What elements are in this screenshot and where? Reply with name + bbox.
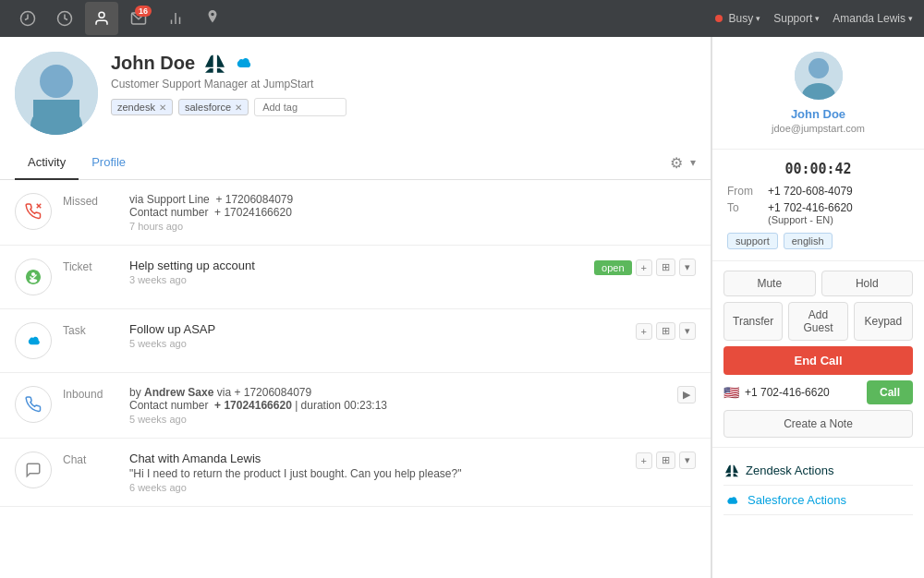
- right-avatar: [795, 52, 843, 100]
- add-tag-input[interactable]: [254, 98, 346, 116]
- create-note-button[interactable]: Create a Note: [723, 410, 913, 438]
- user-dropdown[interactable]: Amanda Lewis ▾: [833, 12, 913, 25]
- task-add-btn[interactable]: +: [636, 323, 652, 340]
- nav-icons-left: 16: [11, 2, 229, 35]
- call-info-section: 00:00:42 From +1 720-608-4079 To +1 702-…: [712, 150, 924, 261]
- activity-item-inbound: Inbound by Andrew Saxe via + 17206084079…: [0, 373, 711, 439]
- zendesk-actions-label: Zendesk Actions: [746, 464, 833, 477]
- zendesk-action-icon: [723, 463, 738, 477]
- task-time: 5 weeks ago: [129, 338, 625, 349]
- ticket-more-btn[interactable]: ▾: [679, 259, 696, 276]
- inbound-by: by Andrew Saxe via + 17206084079: [129, 386, 666, 399]
- salesforce-actions-label: Salesforce Actions: [748, 493, 846, 507]
- missed-call-icon: [15, 193, 52, 230]
- chat-share-btn[interactable]: ⊞: [656, 452, 675, 469]
- activity-item-task: Task Follow up ASAP 5 weeks ago + ⊞ ▾: [0, 309, 711, 373]
- call-tags: support english: [727, 233, 909, 249]
- chat-label: Chat: [63, 452, 118, 466]
- ticket-open-badge: open: [594, 260, 631, 275]
- add-guest-button[interactable]: Add Guest: [788, 302, 847, 341]
- tab-activity[interactable]: Activity: [15, 146, 79, 180]
- clock-nav-btn[interactable]: [48, 2, 81, 35]
- ticket-icon: [15, 259, 52, 295]
- main-layout: John Doe Customer Support Manager at Jum…: [0, 37, 924, 578]
- profile-header: John Doe Customer Support Manager at Jum…: [0, 37, 711, 146]
- chat-icon: [15, 452, 52, 488]
- call-tag-support: support: [727, 233, 778, 249]
- mute-button[interactable]: Mute: [723, 271, 816, 296]
- missed-label: Missed: [63, 193, 118, 208]
- tag-zendesk: zendesk ✕: [111, 99, 173, 115]
- right-profile-email: jdoe@jumpstart.com: [727, 123, 909, 134]
- task-share-btn[interactable]: ⊞: [656, 322, 675, 340]
- support-label: Support: [773, 12, 812, 25]
- profile-name-row: John Doe: [111, 52, 696, 74]
- svg-rect-10: [33, 100, 79, 135]
- salesforce-actions-item[interactable]: Salesforce Actions: [723, 486, 913, 515]
- tabs-chevron-icon[interactable]: ▾: [690, 156, 696, 169]
- ticket-add-btn[interactable]: +: [636, 259, 652, 276]
- inbound-nav-btn[interactable]: ▶: [677, 386, 696, 403]
- ticket-time: 3 weeks ago: [129, 274, 583, 285]
- activity-item-chat: Chat Chat with Amanda Lewis "Hi I need t…: [0, 439, 711, 507]
- tag-salesforce-remove[interactable]: ✕: [235, 102, 242, 113]
- chat-add-btn[interactable]: +: [636, 452, 652, 469]
- status-dot: [715, 15, 723, 22]
- chat-title: Chat with Amanda Lewis: [129, 452, 625, 465]
- task-more-btn[interactable]: ▾: [679, 322, 696, 340]
- user-nav-btn[interactable]: [85, 2, 118, 35]
- tabs-bar: Activity Profile ⚙ ▾: [0, 146, 711, 180]
- activity-item-ticket: Ticket Help setting up account 3 weeks a…: [0, 246, 711, 309]
- task-icon: [15, 322, 52, 359]
- keypad-button[interactable]: Keypad: [854, 302, 913, 341]
- tags-row: zendesk ✕ salesforce ✕: [111, 98, 696, 116]
- status-label: Busy: [729, 12, 754, 25]
- end-call-button[interactable]: End Call: [723, 346, 913, 375]
- chat-actions: + ⊞ ▾: [636, 452, 696, 469]
- chat-more-btn[interactable]: ▾: [679, 452, 696, 469]
- right-profile-section: John Doe jdoe@jumpstart.com: [712, 37, 924, 150]
- right-panel: John Doe jdoe@jumpstart.com 00:00:42 Fro…: [711, 37, 924, 578]
- ctrl-row-2: Transfer Add Guest Keypad: [723, 302, 913, 341]
- history-nav-btn[interactable]: [11, 2, 44, 35]
- profile-name: John Doe: [111, 53, 195, 74]
- tab-profile[interactable]: Profile: [79, 146, 139, 180]
- status-arrow: ▾: [756, 14, 760, 23]
- support-arrow: ▾: [815, 14, 820, 23]
- transfer-button[interactable]: Transfer: [723, 302, 783, 341]
- call-button[interactable]: Call: [867, 380, 913, 404]
- inbound-time: 5 weeks ago: [129, 414, 666, 425]
- ctrl-row-1: Mute Hold: [723, 271, 913, 296]
- profile-info: John Doe Customer Support Manager at Jum…: [111, 52, 696, 116]
- missed-line1: via Support Line + 17206084079: [129, 193, 696, 206]
- missed-time: 7 hours ago: [129, 221, 696, 232]
- user-label: Amanda Lewis: [833, 12, 906, 25]
- inbound-icon: [15, 386, 52, 423]
- tag-zendesk-remove[interactable]: ✕: [159, 102, 166, 113]
- pin-nav-btn[interactable]: [196, 2, 229, 35]
- zendesk-actions-item[interactable]: Zendesk Actions: [723, 455, 913, 486]
- task-title: Follow up ASAP: [129, 322, 625, 336]
- hold-button[interactable]: Hold: [821, 271, 914, 296]
- call-from-row: From +1 720-608-4079: [727, 185, 909, 198]
- chart-nav-btn[interactable]: [159, 2, 192, 35]
- top-nav: 16 Busy ▾ Support ▾ Amanda Lewis ▾: [0, 0, 924, 37]
- inbound-actions: ▶: [677, 386, 696, 403]
- ticket-label: Ticket: [63, 259, 118, 273]
- email-nav-btn[interactable]: 16: [122, 2, 155, 35]
- svg-point-8: [40, 65, 73, 98]
- chat-time: 6 weeks ago: [129, 482, 625, 493]
- support-dropdown[interactable]: Support ▾: [773, 12, 820, 25]
- missed-content: via Support Line + 17206084079 Contact n…: [129, 193, 696, 232]
- missed-line2: Contact number + 17024166620: [129, 206, 696, 219]
- call-controls-section: Mute Hold Transfer Add Guest Keypad End …: [712, 261, 924, 448]
- right-profile-name[interactable]: John Doe: [727, 107, 909, 121]
- nav-right: Busy ▾ Support ▾ Amanda Lewis ▾: [715, 12, 913, 25]
- status-indicator[interactable]: Busy ▾: [715, 12, 761, 25]
- activity-item-missed: Missed via Support Line + 17206084079 Co…: [0, 180, 711, 246]
- ticket-share-btn[interactable]: ⊞: [656, 259, 675, 276]
- flag-icon: 🇺🇸: [723, 385, 739, 400]
- settings-gear-icon[interactable]: ⚙: [670, 154, 683, 172]
- right-actions-section: Zendesk Actions Salesforce Actions: [712, 448, 924, 523]
- task-actions: + ⊞ ▾: [636, 322, 696, 340]
